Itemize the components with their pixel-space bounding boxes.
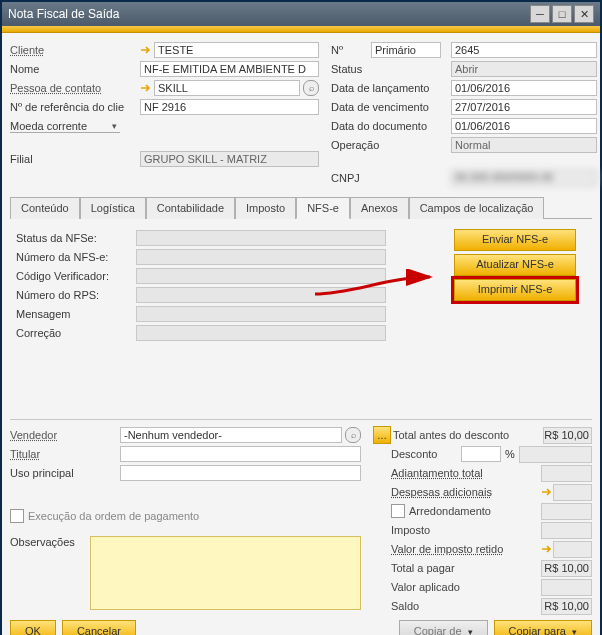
vendedor-field[interactable] bbox=[120, 427, 342, 443]
num-label: Nº bbox=[331, 44, 371, 56]
cnpj-label: CNPJ bbox=[331, 172, 451, 184]
nfse-corr-label: Correção bbox=[16, 327, 136, 339]
desp-link-icon[interactable] bbox=[541, 487, 553, 497]
uso-label: Uso principal bbox=[10, 467, 120, 479]
arred-label: Arredondamento bbox=[409, 505, 541, 517]
cliente-link-icon[interactable] bbox=[140, 45, 154, 55]
imprimir-nfse-button[interactable]: Imprimir NFS-e bbox=[454, 279, 576, 301]
cliente-label[interactable]: Cliente bbox=[10, 44, 140, 56]
nfse-numero-field bbox=[136, 249, 386, 265]
aplic-label: Valor aplicado bbox=[391, 581, 541, 593]
minimize-button[interactable]: ─ bbox=[530, 5, 550, 23]
enviar-nfse-button[interactable]: Enviar NFS-e bbox=[454, 229, 576, 251]
num-type-field[interactable] bbox=[371, 42, 441, 58]
imposto-label: Imposto bbox=[391, 524, 541, 536]
tab-conteudo[interactable]: Conteúdo bbox=[10, 197, 80, 219]
total-antes-label: Total antes do desconto bbox=[393, 429, 543, 441]
venc-field[interactable] bbox=[451, 99, 597, 115]
tab-logistica[interactable]: Logística bbox=[80, 197, 146, 219]
cancel-button[interactable]: Cancelar bbox=[62, 620, 136, 635]
close-button[interactable]: ✕ bbox=[574, 5, 594, 23]
obs-label: Observações bbox=[10, 536, 90, 548]
pagar-label: Total a pagar bbox=[391, 562, 541, 574]
window-title: Nota Fiscal de Saída bbox=[8, 7, 528, 21]
nome-field[interactable] bbox=[140, 61, 319, 77]
tab-contabilidade[interactable]: Contabilidade bbox=[146, 197, 235, 219]
desp-label[interactable]: Despesas adicionais bbox=[391, 486, 541, 498]
num-field[interactable] bbox=[451, 42, 597, 58]
copyto-button[interactable]: Copiar para bbox=[494, 620, 592, 635]
status-label: Status bbox=[331, 63, 451, 75]
nfse-codver-label: Código Verificador: bbox=[16, 270, 136, 282]
desconto-pct-field[interactable] bbox=[461, 446, 501, 462]
header-left: Cliente Nome Pessoa de contato ⌕ Nº de r… bbox=[10, 41, 319, 188]
lanc-label: Data de lançamento bbox=[331, 82, 451, 94]
doc-label: Data do documento bbox=[331, 120, 451, 132]
copyfrom-button[interactable]: Copiar de bbox=[399, 620, 488, 635]
header-right: Nº Status Data de lançamento Data de ven… bbox=[331, 41, 597, 188]
nfse-rps-field bbox=[136, 287, 386, 303]
saldo-value: R$ 10,00 bbox=[541, 598, 592, 615]
exec-checkbox[interactable] bbox=[10, 509, 24, 523]
tab-localizacao[interactable]: Campos de localização bbox=[409, 197, 545, 219]
exec-label: Execução da ordem de pagamento bbox=[28, 510, 199, 522]
total-antes-value: R$ 10,00 bbox=[543, 427, 592, 444]
contato-link-icon[interactable] bbox=[140, 83, 154, 93]
moeda-dropdown[interactable]: Moeda corrente bbox=[10, 120, 120, 133]
ref-label: Nº de referência do clie bbox=[10, 101, 140, 113]
oper-field bbox=[451, 137, 597, 153]
titular-field[interactable] bbox=[120, 446, 361, 462]
nfse-msg-field bbox=[136, 306, 386, 322]
filial-label: Filial bbox=[10, 153, 140, 165]
lower-left: Vendedor ⌕ Titular Uso principal Execuçã… bbox=[10, 426, 361, 616]
maximize-button[interactable]: □ bbox=[552, 5, 572, 23]
imposto-value bbox=[541, 522, 592, 539]
nfse-panel: Status da NFSe: Número da NFS-e: Código … bbox=[10, 219, 592, 413]
tab-anexos[interactable]: Anexos bbox=[350, 197, 409, 219]
cliente-field[interactable] bbox=[154, 42, 319, 58]
nfse-codver-field bbox=[136, 268, 386, 284]
desconto-value bbox=[519, 446, 592, 463]
tab-nfse[interactable]: NFS-e bbox=[296, 197, 350, 219]
contato-detail-button[interactable]: ⌕ bbox=[303, 80, 319, 96]
obs-textarea[interactable] bbox=[90, 536, 361, 610]
totals-mini-button[interactable]: … bbox=[373, 426, 391, 444]
pagar-value: R$ 10,00 bbox=[541, 560, 592, 577]
contato-label[interactable]: Pessoa de contato bbox=[10, 82, 140, 94]
vendedor-detail-button[interactable]: ⌕ bbox=[345, 427, 361, 443]
nfse-status-label: Status da NFSe: bbox=[16, 232, 136, 244]
ok-button[interactable]: OK bbox=[10, 620, 56, 635]
nfse-numero-label: Número da NFS-e: bbox=[16, 251, 136, 263]
titular-label[interactable]: Titular bbox=[10, 448, 120, 460]
titlebar: Nota Fiscal de Saída ─ □ ✕ bbox=[2, 2, 600, 26]
valimp-label[interactable]: Valor de imposto retido bbox=[391, 543, 541, 555]
cnpj-field: 00.000.000/0000-00 bbox=[451, 170, 597, 186]
desconto-label: Desconto bbox=[391, 448, 461, 460]
vendedor-label[interactable]: Vendedor bbox=[10, 429, 120, 441]
tab-imposto[interactable]: Imposto bbox=[235, 197, 296, 219]
arred-checkbox[interactable] bbox=[391, 504, 405, 518]
lanc-field[interactable] bbox=[451, 80, 597, 96]
desp-value bbox=[553, 484, 592, 501]
tabstrip: Conteúdo Logística Contabilidade Imposto… bbox=[10, 196, 592, 219]
desconto-pct-symbol: % bbox=[505, 448, 515, 460]
arred-value bbox=[541, 503, 592, 520]
nfse-corr-field bbox=[136, 325, 386, 341]
saldo-label: Saldo bbox=[391, 600, 541, 612]
filial-field bbox=[140, 151, 319, 167]
ref-field[interactable] bbox=[140, 99, 319, 115]
status-field bbox=[451, 61, 597, 77]
oper-label: Operação bbox=[331, 139, 451, 151]
nfse-msg-label: Mensagem bbox=[16, 308, 136, 320]
atualizar-nfse-button[interactable]: Atualizar NFS-e bbox=[454, 254, 576, 276]
uso-field[interactable] bbox=[120, 465, 361, 481]
doc-field[interactable] bbox=[451, 118, 597, 134]
venc-label: Data de vencimento bbox=[331, 101, 451, 113]
contato-field[interactable] bbox=[154, 80, 300, 96]
adiant-label[interactable]: Adiantamento total bbox=[391, 467, 541, 479]
valimp-value bbox=[553, 541, 592, 558]
nome-label: Nome bbox=[10, 63, 140, 75]
adiant-value bbox=[541, 465, 592, 482]
valimp-link-icon[interactable] bbox=[541, 544, 553, 554]
accent-bar bbox=[2, 26, 600, 33]
